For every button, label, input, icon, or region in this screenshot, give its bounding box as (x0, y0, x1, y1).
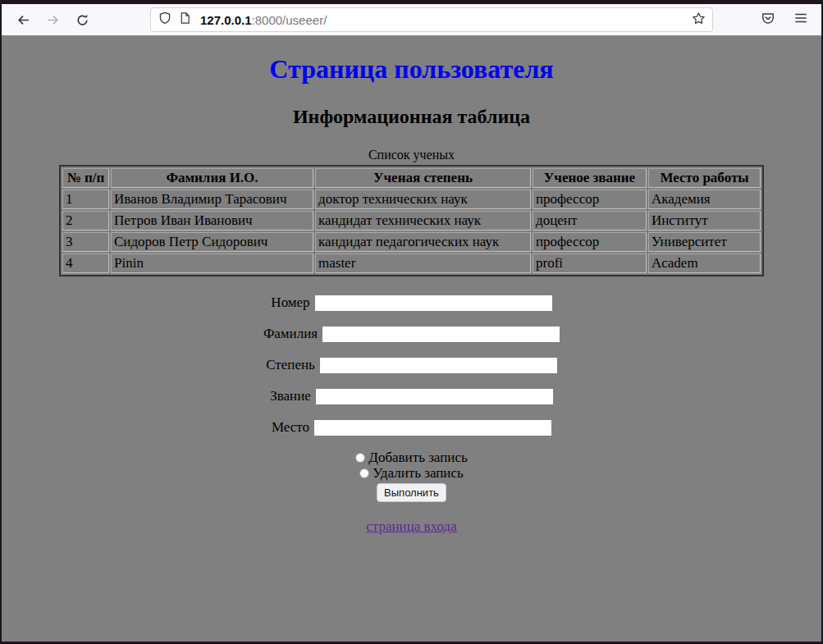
table-cell: 4 (62, 253, 109, 273)
form-row: Фамилия (2, 325, 821, 341)
radio-row: Удалить запись (2, 465, 821, 481)
url-path: :8000/useeer/ (252, 13, 327, 27)
table-cell: Pinin (111, 253, 313, 273)
field-input-2[interactable] (320, 358, 557, 373)
reload-icon (75, 13, 89, 27)
radio-label: Удалить запись (373, 465, 464, 481)
table-caption: Список ученых (59, 148, 764, 165)
scientists-table: Список ученых № п/пФамилия И.О.Ученая ст… (59, 148, 764, 276)
nav-button-group (2, 8, 94, 31)
form-row: Степень (2, 356, 821, 372)
shield-icon[interactable] (158, 11, 171, 28)
radio-option-1[interactable] (359, 468, 369, 478)
form-row: Номер (2, 294, 821, 310)
table-cell: профессор (533, 190, 647, 209)
field-label: Место (272, 419, 309, 435)
url-text: 127.0.0.1:8000/useeer/ (200, 13, 327, 27)
table-header-cell: Ученое звание (533, 168, 647, 188)
table-cell: доктор технических наук (315, 190, 531, 209)
link-row: страница входа (2, 518, 821, 535)
field-label: Степень (266, 357, 315, 372)
field-input-1[interactable] (322, 327, 560, 342)
table-cell: доцент (533, 211, 647, 231)
pocket-button[interactable] (757, 9, 779, 30)
field-input-4[interactable] (314, 420, 551, 436)
table-cell: Иванов Владимир Тарасович (111, 190, 313, 209)
table-cell: профессор (533, 232, 647, 252)
identity-box (158, 11, 191, 28)
forward-arrow-icon (46, 13, 60, 27)
login-page-link[interactable]: страница входа (366, 518, 456, 534)
table-cell: Академия (648, 190, 761, 209)
radio-label: Добавить запись (368, 450, 467, 465)
toolbar-right-icons (757, 9, 821, 30)
table-row: 2Петров Иван Ивановичкандидат технически… (62, 211, 761, 231)
url-host: 127.0.0.1 (200, 13, 252, 27)
button-row: Выполнить (2, 483, 821, 502)
browser-window: 127.0.0.1:8000/useeer/ Страница пользова… (0, 0, 823, 644)
execute-button[interactable]: Выполнить (377, 483, 446, 502)
form-row: Место (2, 418, 821, 435)
form-row: Звание (2, 387, 821, 404)
menu-button[interactable] (790, 9, 812, 30)
table-cell: кандидат технических наук (315, 211, 531, 231)
browser-toolbar: 127.0.0.1:8000/useeer/ (2, 4, 821, 36)
table-cell: 2 (62, 211, 109, 231)
page-info-icon[interactable] (179, 11, 191, 28)
table-cell: profi (533, 253, 647, 273)
pocket-icon (761, 11, 775, 29)
radio-option-0[interactable] (355, 453, 365, 463)
table-header-cell: Ученая степень (315, 168, 531, 188)
hamburger-menu-icon (793, 11, 808, 29)
table-row: 3Сидоров Петр Сидоровичкандидат педагоги… (62, 232, 761, 252)
table-cell: кандидат педагогических наук (315, 232, 531, 252)
url-bar[interactable]: 127.0.0.1:8000/useeer/ (150, 7, 713, 32)
field-input-0[interactable] (315, 295, 552, 311)
table-cell: Петров Иван Иванович (111, 211, 313, 231)
table-cell: Университет (648, 232, 761, 252)
field-label: Номер (271, 295, 309, 310)
table-cell: Институт (648, 211, 761, 231)
page-viewport: Страница пользователя Информационная таб… (2, 36, 821, 642)
radio-row: Добавить запись (2, 450, 821, 465)
table-header-cell: Место работы (648, 168, 761, 188)
table-header-cell: № п/п (62, 168, 109, 188)
table-cell: Academ (648, 253, 761, 273)
page-title: Страница пользователя (2, 36, 821, 84)
form-fields: НомерФамилияСтепеньЗваниеМесто (2, 294, 821, 435)
table-header-cell: Фамилия И.О. (111, 168, 313, 188)
star-icon (692, 11, 706, 29)
field-input-3[interactable] (316, 389, 553, 404)
page-subtitle: Информационная таблица (2, 84, 821, 128)
bookmark-star-button[interactable] (688, 9, 709, 30)
table-cell: 1 (62, 190, 109, 209)
table-cell: 3 (62, 232, 109, 252)
table-row: 1Иванов Владимир Тарасовичдоктор техниче… (62, 190, 761, 209)
field-label: Фамилия (263, 326, 318, 341)
table-row: 4PininmasterprofiAcadem (62, 253, 761, 273)
table-cell: Сидоров Петр Сидорович (111, 232, 313, 252)
back-button[interactable] (11, 8, 34, 31)
back-arrow-icon (16, 13, 30, 27)
reload-button[interactable] (71, 8, 94, 31)
operation-radio-group: Добавить записьУдалить запись (2, 450, 821, 481)
record-form: НомерФамилияСтепеньЗваниеМесто Добавить … (2, 294, 821, 535)
table-cell: master (315, 253, 531, 273)
field-label: Звание (270, 388, 311, 404)
table-header-row: № п/пФамилия И.О.Ученая степеньУченое зв… (62, 168, 761, 188)
forward-button[interactable] (41, 8, 64, 31)
